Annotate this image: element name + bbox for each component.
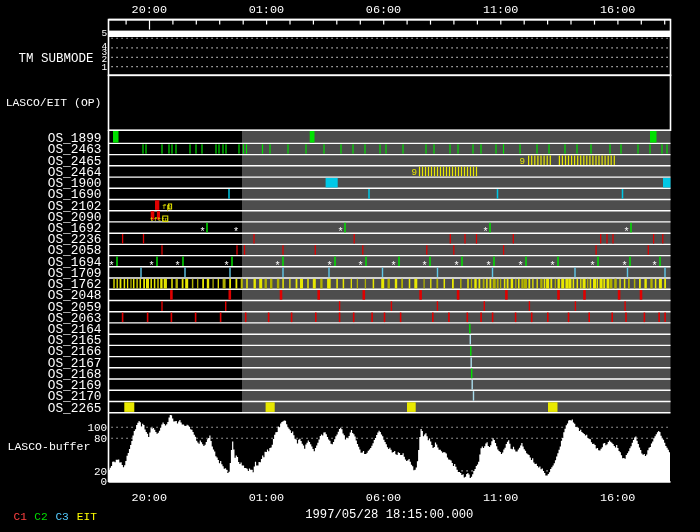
svg-text:EIT: EIT [77,511,97,523]
svg-text:0: 0 [101,476,108,488]
svg-text:*: * [274,261,280,272]
svg-text:20:00: 20:00 [132,491,167,505]
svg-text:*: * [453,261,459,272]
svg-text:C3: C3 [55,511,68,523]
svg-text:01:00: 01:00 [249,3,284,17]
svg-text:C2: C2 [34,511,47,523]
svg-text:20:00: 20:00 [132,3,167,17]
svg-text:*: * [148,261,154,272]
svg-text:*: * [174,261,180,272]
svg-text:11:00: 11:00 [483,491,518,505]
svg-text:16:00: 16:00 [600,491,635,505]
svg-text:*: * [621,261,627,272]
svg-text:*: * [549,261,555,272]
svg-text:*: * [337,227,343,238]
svg-text:LASCO-buffer: LASCO-buffer [8,440,91,453]
svg-text:9: 9 [520,156,526,167]
svg-text:*: * [651,261,657,272]
svg-text:fp: fp [162,203,171,211]
svg-text:06:00: 06:00 [366,3,401,17]
svg-text:1997/05/28 18:15:00.000: 1997/05/28 18:15:00.000 [305,508,473,522]
svg-text:*: * [108,261,114,272]
svg-text:TM SUBMODE: TM SUBMODE [19,52,94,66]
svg-text:LASCO/EIT (OP): LASCO/EIT (OP) [6,97,102,109]
svg-text:*: * [233,227,239,238]
svg-text:*: * [390,261,396,272]
svg-text:1: 1 [101,62,107,73]
svg-text:*: * [623,227,629,238]
svg-text:06:00: 06:00 [366,491,401,505]
svg-text:11:00: 11:00 [483,3,518,17]
svg-text:16:00: 16:00 [600,3,635,17]
svg-text:tfttp: tfttp [150,216,169,223]
svg-text:*: * [517,261,523,272]
svg-text:*: * [357,261,363,272]
svg-text:*: * [482,227,488,238]
svg-text:*: * [485,261,491,272]
svg-text:80: 80 [94,433,107,445]
svg-text:5: 5 [101,28,107,39]
svg-text:9: 9 [412,167,418,178]
svg-text:*: * [199,227,205,238]
svg-text:OS_2265: OS_2265 [48,401,102,416]
svg-text:C1: C1 [14,511,28,523]
svg-text:01:00: 01:00 [249,491,284,505]
svg-text:*: * [589,261,595,272]
svg-text:*: * [421,261,427,272]
svg-text:*: * [223,261,229,272]
